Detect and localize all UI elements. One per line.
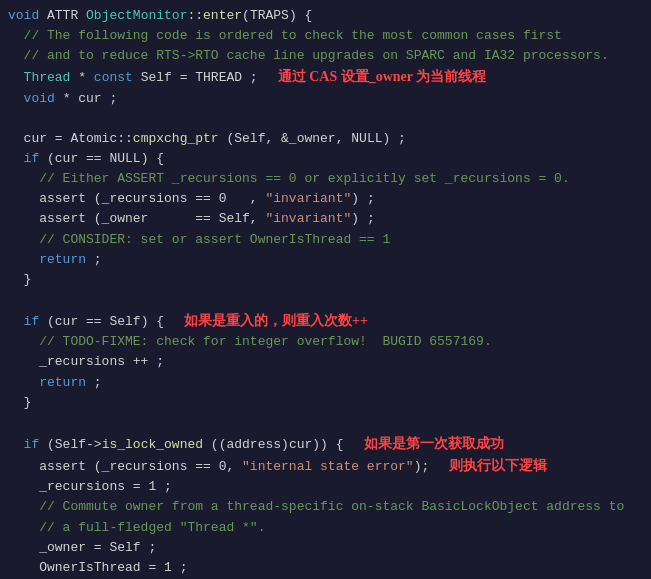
line-14: } (0, 270, 651, 290)
line-15 (0, 290, 651, 310)
line-8: if (cur == NULL) { (0, 149, 651, 169)
line-26: // a full-fledged "Thread *". (0, 518, 651, 538)
line-22: if (Self->is_lock_owned ((address)cur)) … (0, 433, 651, 455)
line-19: return ; (0, 373, 651, 393)
line-1: void ATTR ObjectMonitor::enter(TRAPS) { (0, 6, 651, 26)
line-21 (0, 413, 651, 433)
annotation-first-acquire-1: 如果是第一次获取成功 (364, 433, 504, 455)
line-3: // and to reduce RTS->RTO cache line upg… (0, 46, 651, 66)
line-12: // CONSIDER: set or assert OwnerIsThread… (0, 230, 651, 250)
annotation-cas-owner: 通过 CAS 设置_owner 为当前线程 (278, 66, 487, 88)
line-25: // Commute owner from a thread-specific … (0, 497, 651, 517)
line-13: return ; (0, 250, 651, 270)
line-18: _recursions ++ ; (0, 352, 651, 372)
line-28: OwnerIsThread = 1 ; (0, 558, 651, 578)
line-27: _owner = Self ; (0, 538, 651, 558)
line-7: cur = Atomic::cmpxchg_ptr (Self, &_owner… (0, 129, 651, 149)
line-9: // Either ASSERT _recursions == 0 or exp… (0, 169, 651, 189)
line-23: assert (_recursions == 0, "internal stat… (0, 455, 651, 477)
annotation-reentrant: 如果是重入的，则重入次数++ (184, 310, 368, 332)
line-6 (0, 109, 651, 129)
line-20: } (0, 393, 651, 413)
line-10: assert (_recursions == 0 , "invariant") … (0, 189, 651, 209)
line-4: Thread * const Self = THREAD ; 通过 CAS 设置… (0, 66, 651, 88)
line-17: // TODO-FIXME: check for integer overflo… (0, 332, 651, 352)
code-viewer: void ATTR ObjectMonitor::enter(TRAPS) { … (0, 0, 651, 579)
line-5: void * cur ; (0, 89, 651, 109)
annotation-first-acquire-2: 则执行以下逻辑 (449, 455, 547, 477)
line-24: _recursions = 1 ; (0, 477, 651, 497)
line-16: if (cur == Self) { 如果是重入的，则重入次数++ (0, 310, 651, 332)
line-2: // The following code is ordered to chec… (0, 26, 651, 46)
line-11: assert (_owner == Self, "invariant") ; (0, 209, 651, 229)
